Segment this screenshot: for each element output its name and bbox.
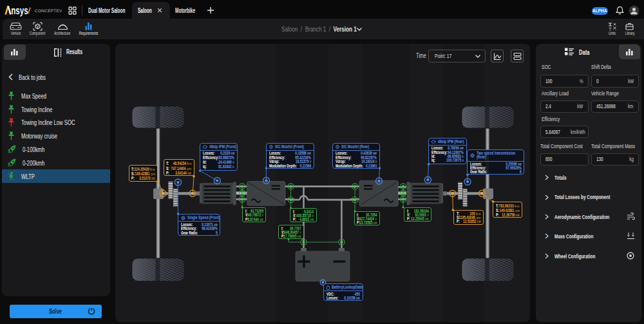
svg-text:CONCEPTEV: CONCEPTEV (35, 9, 62, 14)
svg-text:/: / (28, 6, 31, 15)
svg-text:nsys: nsys (11, 5, 28, 17)
